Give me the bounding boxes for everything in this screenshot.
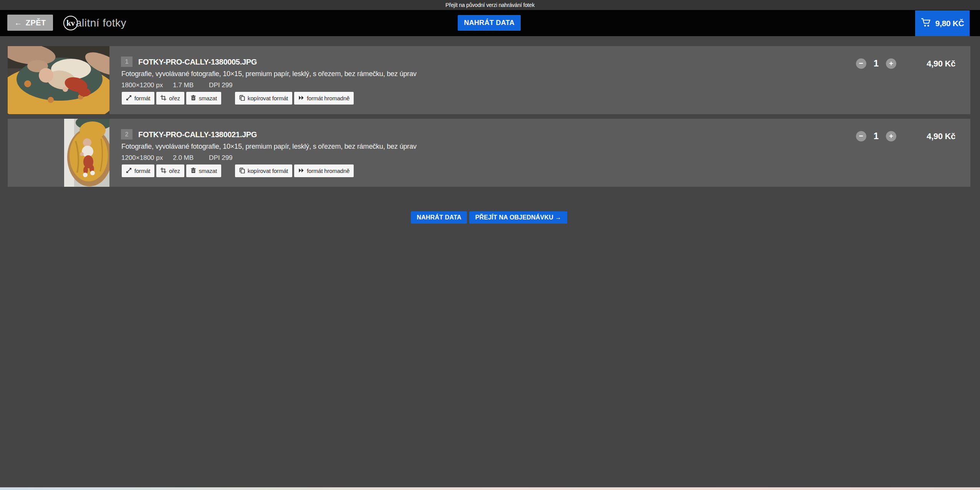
- crop-button[interactable]: ořez: [156, 92, 184, 105]
- item-dimensions: 1800×1200 px: [121, 81, 163, 89]
- back-arrow-icon: ←: [14, 18, 22, 27]
- app-header: ← ZPĚT kv alitní fotky NAHRÁT DATA 9,80 …: [0, 10, 980, 36]
- quantity-stepper: − 1 +: [856, 58, 896, 69]
- item-meta: 1800×1200 px 1.7 MB DPI 299: [121, 81, 233, 89]
- copy-icon: [239, 95, 245, 102]
- legacy-version-banner: Přejít na původní verzi nahrávání fotek: [0, 0, 980, 10]
- delete-button[interactable]: smazat: [186, 92, 221, 105]
- copy-format-button-label: kopírovat formát: [248, 168, 288, 174]
- item-filename: FOTKY-PRO-CALLY-1380005.JPG: [138, 58, 257, 66]
- delete-button-label: smazat: [199, 168, 217, 174]
- cart-total: 9,80 KČ: [935, 19, 964, 28]
- format-button-label: formát: [134, 168, 150, 174]
- photo-thumbnail[interactable]: [8, 46, 109, 114]
- item-price: 4,90 Kč: [927, 59, 955, 69]
- double-arrow-right-icon: [298, 95, 304, 102]
- bulk-format-button-label: formát hromadně: [307, 168, 349, 174]
- crop-button-label: ořez: [169, 168, 180, 174]
- item-meta: 1200×1800 px 2.0 MB DPI 299: [121, 154, 233, 162]
- photo-item-row: 2 FOTKY-PRO-CALLY-1380021.JPG Fotografie…: [8, 119, 970, 187]
- format-button[interactable]: formát: [122, 164, 154, 177]
- back-button[interactable]: ← ZPĚT: [7, 15, 53, 31]
- item-index-badge: 2: [121, 129, 132, 140]
- copy-format-button[interactable]: kopírovat formát: [235, 164, 292, 177]
- decrease-quantity-button[interactable]: −: [856, 131, 866, 141]
- trash-icon: [190, 95, 196, 102]
- item-price: 4,90 Kč: [927, 131, 955, 141]
- logo-text: alitní fotky: [76, 17, 126, 29]
- photo-item-list: 1 FOTKY-PRO-CALLY-1380005.JPG Fotografie…: [8, 46, 970, 224]
- back-button-label: ZPĚT: [26, 18, 46, 27]
- cart-button[interactable]: 9,80 KČ: [915, 10, 970, 36]
- format-button-label: formát: [134, 95, 150, 101]
- crop-icon: [161, 95, 166, 102]
- upload-data-button-footer[interactable]: NAHRÁT DATA: [411, 211, 467, 224]
- upload-data-button-header[interactable]: NAHRÁT DATA: [458, 15, 521, 31]
- baby-photo-portrait-image: [64, 119, 109, 187]
- item-filename: FOTKY-PRO-CALLY-1380021.JPG: [138, 130, 257, 139]
- photo-thumbnail[interactable]: [8, 119, 109, 187]
- footer-actions: NAHRÁT DATA PŘEJÍT NA OBJEDNÁVKU →: [8, 211, 970, 224]
- item-dpi: DPI 299: [209, 81, 232, 89]
- checkout-button[interactable]: PŘEJÍT NA OBJEDNÁVKU →: [469, 211, 567, 224]
- quantity-stepper: − 1 +: [856, 131, 896, 141]
- legacy-version-link[interactable]: Přejít na původní verzi nahrávání fotek: [445, 2, 535, 8]
- quantity-value: 1: [874, 131, 879, 141]
- item-description: Fotografie, vyvolávané fotografie, 10×15…: [121, 143, 417, 151]
- trash-icon: [190, 168, 196, 174]
- double-arrow-right-icon: [298, 168, 304, 174]
- item-filesize: 1.7 MB: [173, 81, 194, 89]
- item-description: Fotografie, vyvolávané fotografie, 10×15…: [121, 70, 417, 78]
- resize-arrows-icon: [126, 95, 132, 102]
- item-index-badge: 1: [121, 56, 132, 67]
- baby-photo-landscape-image: [8, 46, 109, 114]
- bulk-format-button[interactable]: formát hromadně: [294, 164, 354, 177]
- increase-quantity-button[interactable]: +: [886, 58, 896, 69]
- item-dimensions: 1200×1800 px: [121, 154, 163, 162]
- logo-monogram: kv: [66, 18, 75, 28]
- resize-arrows-icon: [126, 168, 132, 174]
- page-bottom-strip: [0, 487, 980, 490]
- copy-icon: [239, 168, 245, 174]
- item-actions: formát ořez smazat: [122, 164, 354, 177]
- item-actions: formát ořez smazat: [122, 92, 354, 105]
- quantity-value: 1: [874, 58, 879, 69]
- crop-button[interactable]: ořez: [156, 164, 184, 177]
- format-button[interactable]: formát: [122, 92, 154, 105]
- crop-icon: [161, 168, 166, 174]
- item-filesize: 2.0 MB: [173, 154, 194, 162]
- photo-upload-page: Přejít na původní verzi nahrávání fotek …: [0, 0, 980, 490]
- delete-button[interactable]: smazat: [186, 164, 221, 177]
- logo[interactable]: kv alitní fotky: [63, 10, 126, 36]
- delete-button-label: smazat: [199, 95, 217, 101]
- cart-icon: [921, 18, 931, 29]
- bulk-format-button-label: formát hromadně: [307, 95, 349, 101]
- copy-format-button-label: kopírovat formát: [248, 95, 288, 101]
- item-dpi: DPI 299: [209, 154, 232, 162]
- photo-item-row: 1 FOTKY-PRO-CALLY-1380005.JPG Fotografie…: [8, 46, 970, 114]
- increase-quantity-button[interactable]: +: [886, 131, 896, 141]
- copy-format-button[interactable]: kopírovat formát: [235, 92, 292, 105]
- crop-button-label: ořez: [169, 95, 180, 101]
- decrease-quantity-button[interactable]: −: [856, 58, 866, 69]
- bulk-format-button[interactable]: formát hromadně: [294, 92, 354, 105]
